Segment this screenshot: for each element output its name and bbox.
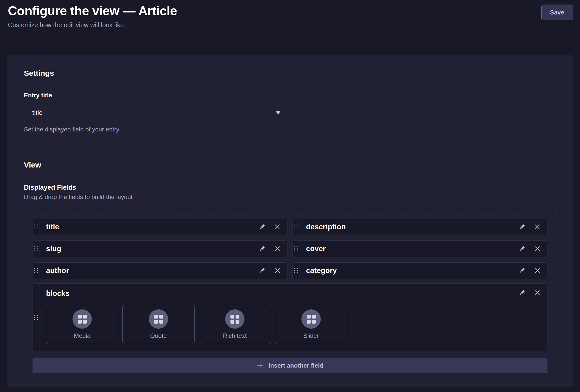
entry-title-select-value: title	[32, 109, 42, 117]
entry-title-field: Entry title title Set the displayed fiel…	[24, 92, 556, 133]
row-actions	[259, 219, 287, 235]
configure-view-card: Settings Entry title title Set the displ…	[7, 55, 573, 387]
remove-field-button[interactable]	[274, 267, 281, 274]
remove-field-button[interactable]	[534, 267, 541, 274]
component-label: Slider	[303, 332, 319, 339]
component-icon	[225, 309, 244, 329]
displayed-fields-header: Displayed Fields Drag & drop the fields …	[24, 184, 556, 201]
drag-handle-icon	[34, 315, 38, 320]
field-row[interactable]: author	[33, 262, 287, 279]
component-card-slider[interactable]: Slider	[275, 305, 347, 344]
plus-icon	[256, 362, 264, 369]
displayed-fields-hint: Drag & drop the fields to build the layo…	[24, 193, 556, 201]
close-icon	[274, 246, 281, 252]
drag-handle[interactable]	[33, 284, 39, 351]
field-row[interactable]: category	[293, 262, 547, 279]
insert-another-field-label: Insert another field	[268, 362, 323, 369]
close-icon	[534, 290, 541, 296]
edit-field-button[interactable]	[259, 267, 266, 274]
displayed-fields-heading: Displayed Fields	[24, 184, 556, 191]
pencil-icon	[259, 267, 266, 274]
drag-handle[interactable]	[33, 241, 39, 257]
view-heading: View	[24, 161, 556, 169]
field-name: slug	[39, 241, 259, 257]
fields-grid: title description slug	[33, 219, 547, 279]
field-row-blocks[interactable]: blocks Media Quote	[33, 283, 547, 351]
row-actions	[519, 219, 547, 235]
field-name: description	[299, 219, 519, 235]
close-icon	[274, 267, 281, 274]
edit-field-button[interactable]	[519, 223, 526, 230]
drag-handle-icon	[294, 246, 298, 251]
field-row[interactable]: cover	[293, 240, 547, 257]
component-card-quote[interactable]: Quote	[122, 305, 195, 344]
component-icon	[301, 309, 321, 329]
edit-field-button[interactable]	[259, 245, 266, 252]
component-label: Quote	[150, 332, 167, 339]
edit-field-button[interactable]	[519, 267, 526, 274]
component-icon	[149, 309, 168, 329]
drag-handle-icon	[34, 224, 38, 230]
drag-handle-icon	[34, 246, 38, 251]
drag-handle[interactable]	[33, 219, 39, 235]
field-row[interactable]: slug	[33, 240, 287, 257]
drag-handle-icon	[294, 224, 298, 230]
drag-handle[interactable]	[293, 219, 299, 235]
row-actions	[259, 263, 287, 279]
remove-field-button[interactable]	[534, 224, 541, 230]
edit-field-button[interactable]	[519, 289, 526, 296]
pencil-icon	[519, 223, 526, 230]
drag-handle-icon	[294, 268, 298, 273]
component-cards: Media Quote Rich text Slider	[46, 305, 541, 344]
pencil-icon	[259, 245, 266, 252]
entry-title-label: Entry title	[24, 92, 556, 99]
remove-field-button[interactable]	[274, 224, 281, 230]
row-actions	[259, 241, 287, 257]
settings-heading: Settings	[24, 69, 556, 78]
close-icon	[534, 224, 541, 230]
row-actions	[519, 241, 547, 257]
component-card-rich-text[interactable]: Rich text	[199, 305, 271, 344]
component-card-media[interactable]: Media	[46, 305, 118, 344]
drag-handle[interactable]	[33, 263, 39, 279]
grid-2x2-icon	[230, 315, 239, 324]
edit-field-button[interactable]	[259, 223, 266, 230]
close-icon	[534, 246, 541, 252]
drag-handle[interactable]	[293, 241, 299, 257]
save-button[interactable]: Save	[541, 5, 573, 20]
field-row[interactable]: description	[293, 219, 547, 235]
field-row[interactable]: title	[33, 219, 287, 235]
insert-another-field-button[interactable]: Insert another field	[33, 358, 547, 373]
remove-field-button[interactable]	[274, 246, 281, 252]
component-icon	[72, 309, 92, 329]
grid-2x2-icon	[307, 315, 316, 324]
row-actions	[519, 289, 541, 296]
drag-handle[interactable]	[293, 263, 299, 279]
remove-field-button[interactable]	[534, 290, 541, 296]
blocks-content: blocks Media Quote	[39, 284, 547, 351]
field-name: cover	[299, 241, 519, 257]
page-title: Configure the view — Article	[8, 4, 177, 18]
section-divider	[24, 146, 556, 146]
pencil-icon	[259, 223, 266, 230]
pencil-icon	[519, 245, 526, 252]
close-icon	[534, 267, 541, 274]
chevron-down-icon	[275, 111, 281, 114]
header: Configure the view — Article Customize h…	[0, 0, 580, 29]
field-name: category	[299, 263, 519, 279]
component-label: Media	[74, 332, 90, 339]
entry-title-select[interactable]: title	[24, 103, 289, 122]
component-label: Rich text	[223, 332, 246, 339]
close-icon	[274, 224, 281, 230]
drag-handle-icon	[34, 268, 38, 273]
row-actions	[519, 263, 547, 279]
field-name: title	[39, 219, 259, 235]
field-name: author	[39, 263, 259, 279]
pencil-icon	[519, 289, 526, 296]
entry-title-hint: Set the displayed field of your entry	[24, 126, 556, 133]
grid-2x2-icon	[78, 315, 87, 324]
grid-2x2-icon	[154, 315, 163, 324]
field-name: blocks	[46, 289, 541, 298]
edit-field-button[interactable]	[519, 245, 526, 252]
remove-field-button[interactable]	[534, 246, 541, 252]
